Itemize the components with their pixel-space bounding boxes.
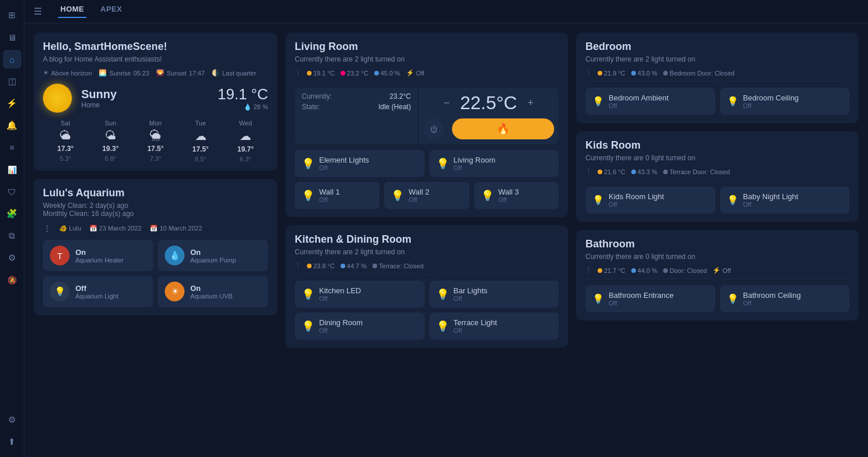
sidebar-icon-puzzle[interactable]: 🧩 <box>3 204 21 223</box>
monthly-clean: Monthly Clean: 16 day(s) ago <box>43 210 268 218</box>
kitchen-subtitle: Currently there are 2 light turned on <box>295 248 559 256</box>
bathroom-lights: 💡 Bathroom Entrance Off 💡 Bathroom Ceili… <box>585 285 849 312</box>
dining-room-status: Off <box>319 327 363 334</box>
bathroom-entrance-card[interactable]: 💡 Bathroom Entrance Off <box>585 285 715 312</box>
wall2-label: Wall 2 <box>408 188 429 196</box>
element-lights-label: Element Lights <box>319 156 369 164</box>
aqua-device-pump[interactable]: 💧 On Aquarium Pump <box>158 240 268 271</box>
kr-temp-stat: 21.6 °C <box>598 168 625 175</box>
thermostat-flame-button[interactable]: 🔥 <box>452 118 554 139</box>
baby-night-light-info: Baby Night Light Off <box>743 192 798 208</box>
dining-room-card[interactable]: 💡 Dining Room Off <box>295 312 425 340</box>
bathroom-ceiling-card[interactable]: 💡 Bathroom Ceiling Off <box>720 285 850 312</box>
terrace-light-status: Off <box>454 327 497 334</box>
terrace-light-card[interactable]: 💡 Terrace Light Off <box>429 312 559 340</box>
thermostat-setpoint: − 22.5°C + <box>440 92 537 114</box>
menu-icon[interactable]: ☰ <box>34 6 42 17</box>
sidebar-icon-monitor[interactable]: 🖥 <box>3 28 21 46</box>
aquarium-info: Weekly Clean: 2 day(s) ago Monthly Clean… <box>43 201 268 218</box>
kitchen-title: Kitchen & Dining Room <box>295 233 559 246</box>
sidebar-icon-grid[interactable]: ⊞ <box>3 6 21 24</box>
bedroom-ambient-card[interactable]: 💡 Bedroom Ambient Off <box>585 88 715 115</box>
living-room-light-info: Living Room Off <box>454 156 496 171</box>
aqua-device-light[interactable]: 💡 Off Aquarium Light <box>43 276 153 307</box>
forecast-sun-icon: 🌤 <box>104 129 116 142</box>
aqua-device-heater[interactable]: T On Aquarium Heater <box>43 240 153 271</box>
sidebar-icon-shield[interactable]: 🛡 <box>3 182 21 201</box>
bar-lights-card[interactable]: 💡 Bar Lights Off <box>429 280 559 308</box>
element-lights-card[interactable]: 💡 Element Lights Off <box>295 150 425 177</box>
sidebar-icon-lightning[interactable]: ⚡ <box>3 94 21 113</box>
baby-night-light-label: Baby Night Light <box>743 192 798 201</box>
baby-night-light-card[interactable]: 💡 Baby Night Light Off <box>720 186 850 214</box>
kids-room-light-card[interactable]: 💡 Kids Room Light Off <box>585 186 715 214</box>
aqua-device-uvb[interactable]: ☀ On Aquarium UVB <box>158 276 268 307</box>
lr-menu-icon[interactable]: ⋮ <box>295 69 301 77</box>
kr-humidity-stat: 43.3 % <box>631 168 657 175</box>
sidebar-icon-widgets[interactable]: ◫ <box>3 72 21 91</box>
sidebar-icon-export[interactable]: ⬆ <box>3 433 21 451</box>
sidebar-icon-bell[interactable]: 🔔 <box>3 116 21 135</box>
bedroom-ceiling-icon: 💡 <box>727 96 739 107</box>
tab-apex[interactable]: APEX <box>98 5 124 18</box>
sidebar-icon-gear2[interactable]: ⚙ <box>3 411 21 429</box>
sidebar-icon-layers[interactable]: ⧉ <box>3 226 21 245</box>
sidebar-icon-list[interactable]: ≡ <box>3 138 21 157</box>
thermostat-power-button[interactable]: ⏻ <box>423 118 444 139</box>
wall3-icon: 💡 <box>481 189 494 202</box>
element-lights-icon: 💡 <box>302 157 314 170</box>
dining-room-icon: 💡 <box>302 320 314 333</box>
thermostat-control: − 22.5°C + ⏻ 🔥 <box>418 88 559 144</box>
wall2-status: Off <box>408 196 429 203</box>
living-room-light-card[interactable]: 💡 Living Room Off <box>429 150 559 177</box>
k-temp-stat: 23.8 °C <box>307 262 335 269</box>
aquarium-devices: T On Aquarium Heater 💧 On Aquarium Pump <box>43 240 268 307</box>
br-temp-stat: 21.9 °C <box>598 70 625 77</box>
calendar2-icon: 📅 10 March 2022 <box>150 225 202 232</box>
sidebar-icon-notification[interactable]: 🔕 <box>3 271 21 289</box>
forecast-sun: Sun 🌤 19.3° 6.8° <box>102 120 118 163</box>
aquarium-card: Lulu's Aquarium Weekly Clean: 2 day(s) a… <box>34 179 277 315</box>
wall3-card[interactable]: 💡 Wall 3 Off <box>474 182 559 209</box>
bar-lights-icon: 💡 <box>436 288 449 301</box>
wall1-icon: 💡 <box>302 189 314 202</box>
tab-home[interactable]: HOME <box>58 5 86 18</box>
pump-info: On Aquarium Pump <box>190 248 236 264</box>
kids-room-card: Kids Room Currently there are 0 light tu… <box>576 131 859 222</box>
forecast-sat-high: 17.3° <box>57 145 74 153</box>
temp-decrease-button[interactable]: − <box>440 96 453 110</box>
menu-dots-icon[interactable]: ⋮ <box>43 224 51 233</box>
bedroom-ceiling-card[interactable]: 💡 Bedroom Ceiling Off <box>720 88 850 115</box>
wall2-info: Wall 2 Off <box>408 188 429 203</box>
kids-room-light-status: Off <box>609 201 664 208</box>
uvb-icon: ☀ <box>165 282 185 301</box>
wall3-info: Wall 3 Off <box>498 188 519 203</box>
wall2-card[interactable]: 💡 Wall 2 Off <box>384 182 469 209</box>
kr-menu-icon[interactable]: ⋮ <box>585 168 592 175</box>
bar-lights-status: Off <box>454 295 488 302</box>
lr-power-stat: ⚡Off <box>406 69 424 77</box>
aqua-light-icon: 💡 <box>50 282 70 301</box>
bath-menu-icon[interactable]: ⋮ <box>585 267 592 274</box>
br-menu-icon[interactable]: ⋮ <box>585 69 592 77</box>
k-menu-icon[interactable]: ⋮ <box>295 262 301 269</box>
bedroom-ambient-info: Bedroom Ambient Off <box>609 93 668 109</box>
sidebar-icon-home[interactable]: ⌂ <box>3 50 21 69</box>
thermostat-buttons: ⏻ 🔥 <box>423 118 554 139</box>
bedroom-title: Bedroom <box>585 41 849 53</box>
bath-temp-stat: 21.7 °C <box>598 267 625 274</box>
temp-increase-button[interactable]: + <box>524 96 537 110</box>
weekly-clean: Weekly Clean: 2 day(s) ago <box>43 201 268 210</box>
kitchen-led-status: Off <box>319 295 361 302</box>
wall1-card[interactable]: 💡 Wall 1 Off <box>295 182 379 209</box>
sidebar-icon-settings[interactable]: ⚙ <box>3 249 21 267</box>
element-lights-status: Off <box>319 164 369 171</box>
kids-room-light-label: Kids Room Light <box>609 192 664 201</box>
sidebar-icon-chart[interactable]: 📊 <box>3 160 21 179</box>
kitchen-led-card[interactable]: 💡 Kitchen LED Off <box>295 280 425 308</box>
humidity-display: 💧 28 % <box>218 103 268 111</box>
sidebar: ⊞ 🖥 ⌂ ◫ ⚡ 🔔 ≡ 📊 🛡 🧩 ⧉ ⚙ 🔕 ⚙ ⬆ <box>0 0 24 457</box>
dining-room-info: Dining Room Off <box>319 318 363 334</box>
left-column: Hello, SmartHomeScene! A blog for Home A… <box>34 33 277 348</box>
weather-location: Home <box>81 101 117 109</box>
